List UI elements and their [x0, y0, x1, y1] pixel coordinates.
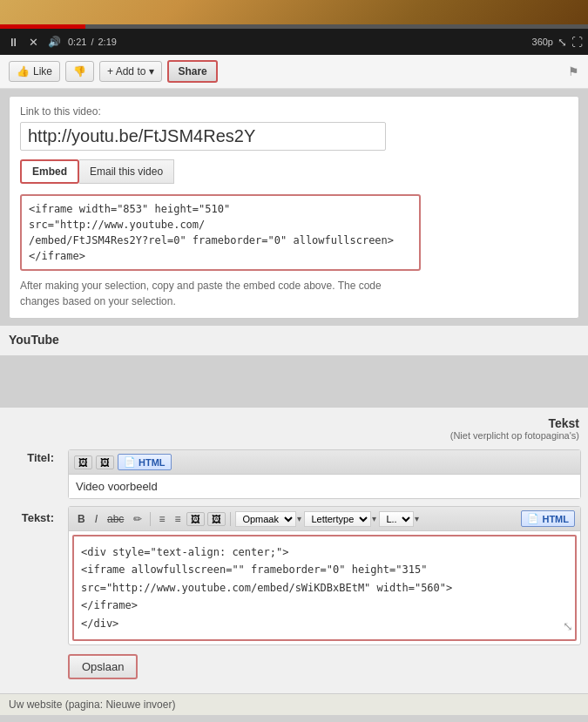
titel-box: 🖼 🖼 📄 HTML [68, 449, 581, 499]
save-button[interactable]: Opslaan [68, 654, 138, 679]
form-title: Tekst [9, 416, 579, 430]
tekst-toolbar: B I abc ✏ ≡ ≡ 🖼 🖼 Opmaak ▾ [69, 507, 580, 531]
form-subtitle: (Niet verplicht op fotopagina's) [9, 430, 579, 441]
bottom-form: Tekst (Niet verplicht op fotopagina's) T… [0, 408, 588, 693]
titel-input[interactable] [69, 475, 580, 498]
controls-bar: ⏸ ✕ 🔊 0:21 / 2:19 360p ⤡ ⛶ [0, 29, 588, 55]
tekst-box: B I abc ✏ ≡ ≡ 🖼 🖼 Opmaak ▾ [68, 506, 581, 645]
l-dropdown-icon: ▾ [415, 514, 419, 523]
l-select[interactable]: L... [379, 511, 414, 527]
fullscreen-button[interactable]: ⛶ [571, 36, 583, 49]
dropdown-arrow-icon: ▾ [149, 65, 154, 78]
email-tab[interactable]: Email this video [79, 159, 174, 184]
time-display: 0:21 [68, 37, 86, 47]
tekst-row: Tekst: B I abc ✏ ≡ ≡ 🖼 🖼 [0, 503, 588, 649]
bottom-bar: Uw website (pagina: Nieuwe invoer) [0, 693, 588, 715]
gray-divider [0, 355, 588, 408]
save-btn-cell: Opslaan [61, 649, 588, 685]
titel-html-button[interactable]: 📄 HTML [118, 454, 172, 470]
italic-button[interactable]: I [91, 511, 101, 527]
embed-tab[interactable]: Embed [20, 159, 79, 184]
like-label: Like [33, 65, 52, 78]
link-button[interactable]: ✏ [130, 511, 145, 527]
add-to-label: + Add to [107, 65, 145, 78]
titel-input-cell: 🖼 🖼 📄 HTML [61, 446, 588, 503]
embed-code-text: <iframe width="853" height="510" src="ht… [29, 203, 394, 262]
html-active-icon: 📄 [527, 513, 539, 524]
save-row: Opslaan [0, 649, 588, 685]
strikethrough-button[interactable]: abc [104, 511, 127, 527]
titel-label: Titel: [27, 451, 54, 464]
titel-row: Titel: 🖼 🖼 📄 HTML [0, 446, 588, 503]
share-tabs: Embed Email this video [20, 159, 568, 184]
share-button[interactable]: Share [167, 60, 217, 83]
titel-icon1-button[interactable]: 🖼 [74, 455, 92, 469]
time-separator: / [91, 37, 93, 47]
tekst-input-cell: B I abc ✏ ≡ ≡ 🖼 🖼 Opmaak ▾ [61, 503, 588, 649]
youtube-label: YouTube [0, 326, 588, 355]
lettertype-dropdown-icon: ▾ [372, 514, 376, 523]
tekst-content-text: <div style="text-align: center;"><iframe… [81, 546, 452, 630]
tekst-content[interactable]: <div style="text-align: center;"><iframe… [72, 535, 577, 641]
html-active-label: HTML [542, 514, 569, 524]
flag-button[interactable]: ⚑ [568, 64, 579, 78]
list-button2[interactable]: ≡ [171, 511, 184, 527]
video-thumbnail [0, 0, 588, 24]
play-pause-button[interactable]: ⏸ [5, 34, 22, 51]
time-total: 2:19 [98, 37, 116, 47]
quality-button[interactable]: 360p [532, 37, 553, 47]
save-label-spacer [0, 649, 61, 685]
image-button2[interactable]: 🖼 [207, 512, 226, 526]
add-to-button[interactable]: + Add to ▾ [99, 61, 162, 82]
list-button1[interactable]: ≡ [155, 511, 168, 527]
like-button[interactable]: 👍 Like [9, 61, 60, 82]
toolbar-divider2 [230, 512, 231, 526]
lettertype-select[interactable]: Lettertype [304, 511, 371, 527]
titel-html-label: HTML [139, 457, 166, 468]
html-icon: 📄 [124, 456, 136, 468]
embed-code-box: <iframe width="853" height="510" src="ht… [20, 194, 421, 271]
opmaak-select[interactable]: Opmaak [235, 511, 296, 527]
opmaak-dropdown-icon: ▾ [297, 514, 301, 523]
stop-button[interactable]: ✕ [26, 34, 41, 51]
share-panel: Link to this video: Embed Email this vid… [9, 96, 579, 319]
link-label: Link to this video: [20, 105, 568, 118]
resize-handle[interactable]: ⤡ [563, 617, 573, 638]
titel-toolbar: 🖼 🖼 📄 HTML [69, 450, 580, 475]
embed-note: After making your selection, copy and pa… [20, 278, 421, 309]
html-active-button[interactable]: 📄 HTML [521, 510, 575, 527]
tekst-label: Tekst: [22, 511, 54, 524]
form-table: Titel: 🖼 🖼 📄 HTML [0, 446, 588, 685]
video-section: ⏸ ✕ 🔊 0:21 / 2:19 360p ⤡ ⛶ [0, 0, 588, 55]
tekst-label-cell: Tekst: [0, 503, 61, 649]
volume-button[interactable]: 🔊 [45, 34, 64, 50]
share-link-input[interactable] [20, 122, 386, 151]
toolbar-divider1 [150, 512, 151, 526]
bold-button[interactable]: B [74, 511, 89, 527]
action-bar: 👍 Like 👎 + Add to ▾ Share ⚑ [0, 55, 588, 89]
image-button1[interactable]: 🖼 [186, 512, 205, 526]
titel-icon2-button[interactable]: 🖼 [96, 455, 114, 469]
fullscreen-alt-button[interactable]: ⤡ [558, 36, 567, 49]
like-icon: 👍 [17, 65, 30, 78]
form-header: Tekst (Niet verplicht op fotopagina's) [0, 416, 588, 446]
dislike-button[interactable]: 👎 [65, 61, 94, 82]
titel-label-cell: Titel: [0, 446, 61, 503]
